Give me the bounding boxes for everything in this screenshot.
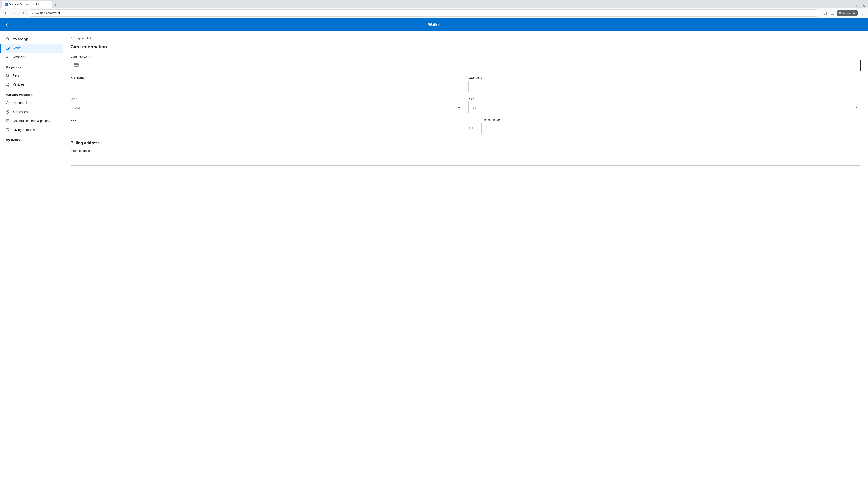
communications-label: Communications & privacy	[13, 119, 50, 123]
last-name-group: Last name *	[468, 76, 861, 92]
first-name-input[interactable]	[70, 80, 463, 92]
mm-select[interactable]: MM 01 02 03 04 05 06 07 08 09 10 11	[70, 102, 463, 113]
svg-rect-0	[31, 13, 33, 14]
sidebar-item-addresses[interactable]: Addresses	[0, 107, 63, 116]
sidebar-button[interactable]	[829, 10, 836, 16]
my-profile-section-label: My profile	[0, 62, 63, 71]
bookmark-button[interactable]	[822, 10, 829, 16]
walmart-plus-label: Walmart+	[13, 55, 26, 59]
sidebar-item-vehicles[interactable]: Vehicles	[0, 80, 63, 89]
new-tab-button[interactable]: +	[53, 2, 59, 8]
communications-icon	[5, 119, 10, 123]
first-name-label: First name *	[70, 76, 463, 79]
wallet-icon	[5, 46, 10, 51]
mm-select-wrapper: MM 01 02 03 04 05 06 07 08 09 10 11	[70, 102, 463, 113]
svg-point-4	[862, 11, 863, 12]
walmart-plus-icon: W+	[5, 55, 10, 59]
svg-point-18	[7, 111, 8, 111]
name-row: First name * Last name *	[70, 76, 861, 97]
svg-point-5	[862, 13, 863, 13]
svg-rect-8	[8, 48, 9, 49]
close-button[interactable]: ✕	[862, 4, 866, 8]
sidebar-item-giving[interactable]: Giving & impact	[0, 125, 63, 134]
vehicles-label: Vehicles	[13, 83, 24, 86]
sidebar-item-wallet[interactable]: Wallet	[0, 43, 63, 53]
more-button[interactable]	[859, 10, 865, 16]
tab-favicon: W	[4, 3, 8, 6]
pets-label: Pets	[13, 74, 19, 77]
last-name-input[interactable]	[468, 80, 861, 92]
cvv-input[interactable]	[70, 123, 476, 134]
yy-label: YY *	[468, 97, 861, 100]
browser-toolbar: walmart.com/wallet Incognito (2)	[0, 8, 868, 18]
sidebar-item-communications[interactable]: Communications & privacy	[0, 116, 63, 125]
incognito-label: Incognito (2)	[842, 12, 856, 14]
card-number-wrapper	[70, 60, 861, 71]
tab-title: Manage Account - Wallet - Wa...	[9, 3, 44, 6]
sidebar-item-walmart-plus[interactable]: W+ Walmart+	[0, 53, 63, 62]
first-name-group: First name *	[70, 76, 463, 92]
minimize-button[interactable]: —	[849, 4, 854, 8]
card-information-title: Card information	[70, 44, 861, 50]
card-number-group: Card number *	[70, 55, 861, 71]
cvv-phone-row: CVV * ⓘ Phone number *	[70, 118, 861, 139]
sidebar: My savings Wallet W+ Walmart+	[0, 31, 63, 479]
card-number-label: Card number *	[70, 55, 861, 58]
street-address-input[interactable]	[70, 154, 861, 166]
sidebar-item-pets[interactable]: Pets	[0, 71, 63, 80]
street-address-label: Street address *	[70, 149, 861, 153]
toolbar-actions: Incognito (2)	[822, 10, 865, 16]
phone-group: Phone number *	[482, 118, 861, 134]
active-tab[interactable]: W Manage Account - Wallet - Wa... ×	[2, 1, 52, 8]
manage-account-section-label: Manage Account	[0, 89, 63, 98]
giving-label: Giving & impact	[13, 128, 35, 132]
refresh-button[interactable]	[19, 10, 25, 16]
expiry-row: MM * MM 01 02 03 04 05 06 07	[70, 97, 861, 118]
addresses-label: Addresses	[13, 110, 28, 113]
yy-group: YY * YY 2024 2025 2026 2027 2028 2029 20	[468, 97, 861, 113]
forward-button[interactable]	[11, 10, 17, 16]
card-number-input[interactable]	[70, 60, 861, 71]
my-items-section-label: My items	[0, 134, 63, 144]
yy-select-wrapper: YY 2024 2025 2026 2027 2028 2029 2030 ▾	[468, 102, 861, 113]
svg-rect-1	[831, 12, 834, 14]
content-area: My savings Wallet W+ Walmart+	[0, 31, 868, 479]
street-address-group: Street address *	[70, 149, 861, 166]
maximize-button[interactable]: ❐	[855, 4, 860, 8]
vehicles-icon	[5, 82, 10, 87]
card-number-icon	[74, 63, 79, 68]
yy-select[interactable]: YY 2024 2025 2026 2027 2028 2029 2030	[468, 102, 861, 113]
pets-icon	[5, 73, 10, 78]
last-name-label: Last name *	[468, 76, 861, 79]
personal-info-label: Personal info	[13, 101, 31, 105]
cvv-label: CVV *	[70, 118, 476, 121]
cvv-group: CVV * ⓘ	[70, 118, 476, 134]
header-back-button[interactable]	[4, 21, 11, 28]
my-savings-label: My savings	[13, 37, 29, 41]
svg-rect-19	[6, 120, 9, 122]
phone-input[interactable]	[482, 123, 554, 134]
giving-icon	[5, 128, 10, 132]
svg-point-11	[8, 74, 9, 75]
mm-label: MM *	[70, 97, 463, 100]
tab-close-button[interactable]: ×	[45, 3, 49, 6]
svg-point-10	[6, 74, 7, 75]
sidebar-item-personal-info[interactable]: Personal info	[0, 98, 63, 107]
sidebar-item-my-savings[interactable]: My savings	[0, 35, 63, 43]
walmart-header: Wallet	[0, 18, 868, 31]
window-controls: — ❐ ✕	[849, 4, 866, 8]
svg-point-6	[862, 14, 863, 15]
lock-icon	[30, 11, 33, 15]
mm-group: MM * MM 01 02 03 04 05 06 07	[70, 97, 463, 113]
billing-address-title: Billing address	[70, 141, 861, 145]
back-button[interactable]	[3, 10, 9, 16]
personal-info-icon	[5, 101, 10, 105]
cvv-info-icon[interactable]: ⓘ	[469, 126, 473, 131]
svg-rect-20	[74, 64, 79, 67]
url-display[interactable]: walmart.com/wallet	[35, 11, 817, 15]
svg-point-17	[7, 101, 8, 103]
svg-point-16	[8, 86, 9, 86]
page-title: Wallet	[428, 22, 440, 27]
svg-point-15	[6, 86, 7, 86]
address-bar[interactable]: walmart.com/wallet	[27, 9, 820, 17]
